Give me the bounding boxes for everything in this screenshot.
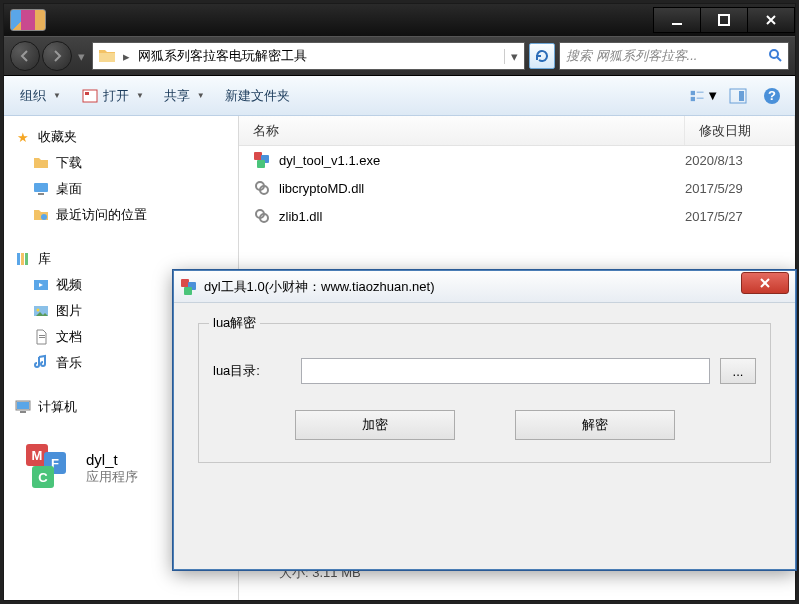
svg-rect-26 xyxy=(20,411,26,413)
mfc-icon xyxy=(180,278,198,296)
forward-button[interactable] xyxy=(42,41,72,71)
breadcrumb[interactable]: 网狐系列客拉客电玩解密工具 xyxy=(132,47,313,65)
preview-pane-button[interactable] xyxy=(723,82,753,110)
help-button[interactable]: ? xyxy=(757,82,787,110)
svg-rect-16 xyxy=(17,253,20,265)
column-name[interactable]: 名称 xyxy=(239,116,685,145)
titlebar xyxy=(4,4,795,36)
search-input[interactable]: 搜索 网狐系列客拉客... xyxy=(559,42,789,70)
selected-filetype: 应用程序 xyxy=(86,468,138,486)
group-legend: lua解密 xyxy=(209,314,260,332)
folder-icon xyxy=(97,46,117,66)
back-button[interactable] xyxy=(10,41,40,71)
svg-rect-22 xyxy=(39,335,45,336)
refresh-button[interactable] xyxy=(529,43,555,69)
svg-text:?: ? xyxy=(768,88,776,103)
svg-rect-1 xyxy=(719,15,729,25)
encrypt-button[interactable]: 加密 xyxy=(295,410,455,440)
svg-point-2 xyxy=(770,50,778,58)
file-row[interactable]: dyl_tool_v1.1.exe 2020/8/13 xyxy=(239,146,795,174)
file-row[interactable]: zlib1.dll 2017/5/27 xyxy=(239,202,795,230)
history-dropdown[interactable]: ▾ xyxy=(74,49,88,64)
desktop-icon xyxy=(32,180,50,198)
dialog-body: lua解密 lua目录: ... 加密 解密 xyxy=(174,303,795,483)
svg-rect-17 xyxy=(21,253,24,265)
svg-point-15 xyxy=(41,214,47,220)
svg-rect-0 xyxy=(672,23,682,25)
svg-rect-6 xyxy=(697,91,704,92)
library-icon xyxy=(14,250,32,268)
open-button[interactable]: 打开▼ xyxy=(73,83,152,109)
toolbar: 组织▼ 打开▼ 共享▼ 新建文件夹 ▼ ? xyxy=(4,76,795,116)
video-icon xyxy=(32,276,50,294)
open-icon xyxy=(81,87,99,105)
svg-point-21 xyxy=(37,309,40,312)
sidebar-favorites[interactable]: ★收藏夹 xyxy=(4,124,238,150)
sidebar-item-downloads[interactable]: 下载 xyxy=(4,150,238,176)
computer-icon xyxy=(14,398,32,416)
pictures-icon xyxy=(32,302,50,320)
star-icon: ★ xyxy=(14,128,32,146)
breadcrumb-arrow-icon: ▸ xyxy=(121,49,132,64)
sidebar-item-desktop[interactable]: 桌面 xyxy=(4,176,238,202)
view-options-button[interactable]: ▼ xyxy=(689,82,719,110)
address-bar[interactable]: ▸ 网狐系列客拉客电玩解密工具 ▾ xyxy=(92,42,525,70)
svg-rect-33 xyxy=(254,152,262,160)
app-icon xyxy=(10,9,46,31)
svg-rect-8 xyxy=(697,97,704,98)
organize-menu[interactable]: 组织▼ xyxy=(12,83,69,109)
minimize-button[interactable] xyxy=(653,7,701,33)
column-header: 名称 修改日期 xyxy=(239,116,795,146)
svg-rect-25 xyxy=(17,402,29,409)
svg-rect-10 xyxy=(739,91,744,101)
new-folder-button[interactable]: 新建文件夹 xyxy=(217,83,298,109)
svg-rect-5 xyxy=(691,90,695,94)
selected-filename: dyl_t xyxy=(86,451,138,468)
browse-button[interactable]: ... xyxy=(720,358,756,384)
documents-icon xyxy=(32,328,50,346)
address-dropdown-icon[interactable]: ▾ xyxy=(504,49,524,64)
dialog-titlebar: dyl工具1.0(小财神：www.tiaozhuan.net) xyxy=(174,271,795,303)
recent-icon xyxy=(32,206,50,224)
folder-icon xyxy=(32,154,50,172)
share-menu[interactable]: 共享▼ xyxy=(156,83,213,109)
svg-rect-42 xyxy=(184,287,192,295)
svg-text:M: M xyxy=(32,448,43,463)
svg-text:C: C xyxy=(38,470,48,485)
dll-icon xyxy=(253,207,271,225)
nav-bar: ▾ ▸ 网狐系列客拉客电玩解密工具 ▾ 搜索 网狐系列客拉客... xyxy=(4,36,795,76)
svg-rect-18 xyxy=(25,253,28,265)
file-row[interactable]: libcryptoMD.dll 2017/5/29 xyxy=(239,174,795,202)
svg-rect-13 xyxy=(34,183,48,192)
window-controls xyxy=(654,7,795,33)
svg-rect-3 xyxy=(83,90,97,102)
sidebar-libraries[interactable]: 库 xyxy=(4,246,238,272)
svg-rect-7 xyxy=(691,96,695,100)
lua-dir-label: lua目录: xyxy=(213,362,291,380)
sidebar-item-recent[interactable]: 最近访问的位置 xyxy=(4,202,238,228)
mfc-icon: MFC xyxy=(18,438,76,499)
dyl-tool-dialog: dyl工具1.0(小财神：www.tiaozhuan.net) lua解密 lu… xyxy=(173,270,796,570)
search-icon xyxy=(768,48,782,65)
svg-rect-23 xyxy=(39,337,45,338)
svg-rect-40 xyxy=(181,279,189,287)
lua-dir-input[interactable] xyxy=(301,358,710,384)
music-icon xyxy=(32,354,50,372)
svg-rect-35 xyxy=(257,160,265,168)
svg-rect-4 xyxy=(85,92,89,95)
search-placeholder: 搜索 网狐系列客拉客... xyxy=(566,47,697,65)
dll-icon xyxy=(253,179,271,197)
dialog-close-button[interactable] xyxy=(741,272,789,294)
mfc-icon xyxy=(253,151,271,169)
svg-rect-14 xyxy=(38,193,44,195)
decrypt-button[interactable]: 解密 xyxy=(515,410,675,440)
dialog-title: dyl工具1.0(小财神：www.tiaozhuan.net) xyxy=(204,278,741,296)
close-button[interactable] xyxy=(747,7,795,33)
lua-decrypt-group: lua解密 lua目录: ... 加密 解密 xyxy=(198,323,771,463)
maximize-button[interactable] xyxy=(700,7,748,33)
column-modified[interactable]: 修改日期 xyxy=(685,116,795,145)
